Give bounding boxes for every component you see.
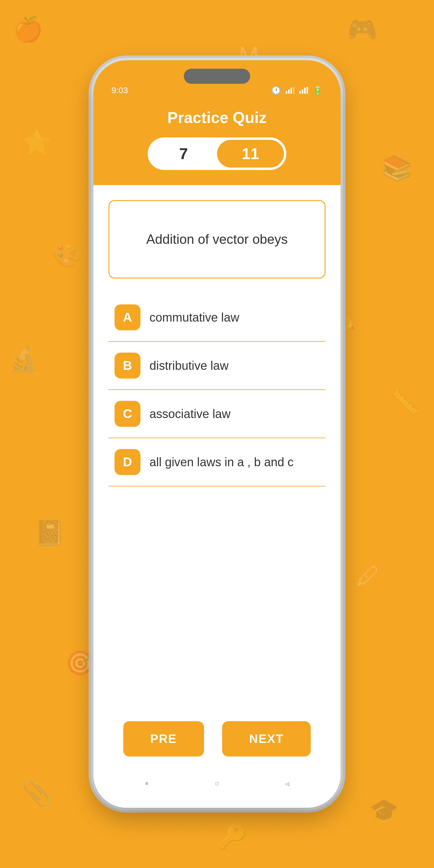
option-a[interactable]: A commutative law bbox=[108, 293, 326, 342]
android-nav-bar: ≡ □ ◁ bbox=[93, 766, 341, 808]
option-c-badge: C bbox=[115, 401, 141, 427]
phone-notch bbox=[184, 69, 250, 84]
quiz-title: Practice Quiz bbox=[105, 108, 329, 127]
alarm-icon: 🕐 bbox=[271, 86, 281, 95]
question-navigator: 7 11 bbox=[148, 137, 286, 170]
option-b[interactable]: B distributive law bbox=[108, 342, 326, 390]
quiz-header: Practice Quiz 7 11 bbox=[93, 102, 341, 185]
status-time: 9:03 bbox=[112, 86, 128, 95]
option-d-text: all given laws in a , b and c bbox=[150, 456, 293, 469]
question-text: Addition of vector obeys bbox=[146, 230, 288, 249]
total-questions-number: 11 bbox=[217, 140, 284, 167]
options-list: A commutative law B distributive law C a… bbox=[108, 293, 326, 694]
option-d[interactable]: D all given laws in a , b and c bbox=[108, 438, 326, 487]
next-button[interactable]: NEXT bbox=[222, 721, 311, 756]
back-button[interactable]: ◁ bbox=[278, 775, 296, 793]
battery-icon: 🔋 bbox=[313, 86, 322, 95]
phone-frame: 9:03 🕐 🔋 Practice Quiz 7 11 bbox=[93, 60, 341, 808]
option-a-badge: A bbox=[115, 304, 141, 330]
content-area: Addition of vector obeys A commutative l… bbox=[93, 185, 341, 709]
option-b-text: distributive law bbox=[150, 359, 228, 373]
previous-button[interactable]: PRE bbox=[123, 721, 204, 756]
option-d-badge: D bbox=[115, 449, 141, 475]
question-box: Addition of vector obeys bbox=[108, 200, 326, 278]
menu-button[interactable]: ≡ bbox=[138, 775, 156, 793]
option-a-text: commutative law bbox=[150, 311, 239, 324]
home-button[interactable]: □ bbox=[208, 775, 226, 793]
option-c[interactable]: C associative law bbox=[108, 390, 326, 438]
signal1-icon bbox=[286, 87, 294, 94]
signal2-icon bbox=[299, 87, 308, 94]
status-icons: 🕐 🔋 bbox=[271, 86, 322, 95]
current-question-number: 7 bbox=[150, 140, 217, 167]
navigation-buttons: PRE NEXT bbox=[93, 709, 341, 766]
option-c-text: associative law bbox=[150, 407, 230, 421]
option-b-badge: B bbox=[115, 352, 141, 378]
